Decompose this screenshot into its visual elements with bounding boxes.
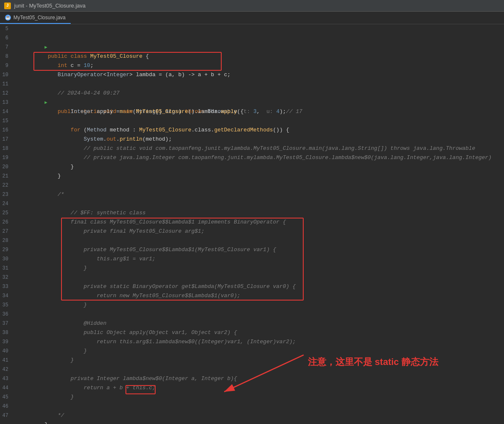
- ln-46: 46: [0, 402, 12, 411]
- code-line-29: this.arg$1 = var1;: [18, 245, 504, 254]
- code-line-34: }: [18, 291, 504, 301]
- code-line-11: // 2024-04-24 09:27: [18, 80, 504, 89]
- code-line-6: ▶ public class MyTest05_Closure {: [18, 33, 504, 43]
- code-line-7: [18, 43, 504, 52]
- code-line-10: [18, 70, 504, 80]
- ln-10: 10: [0, 70, 12, 80]
- ln-23: 23: [0, 190, 12, 199]
- window-title: junit - MyTest05_Closure.java: [14, 3, 86, 9]
- code-line-21: [18, 172, 504, 181]
- code-line-30: }: [18, 254, 504, 264]
- ln-12: 12: [0, 89, 12, 98]
- ln-36: 36: [0, 310, 12, 319]
- code-line-28: private MyTest05_Closure$$Lambda$1(MyTes…: [18, 236, 504, 245]
- code-line-36: @Hidden: [18, 310, 504, 319]
- code-line-46: */: [18, 402, 504, 411]
- ln-14: 14: [0, 107, 12, 116]
- ln-38: 38: [0, 328, 12, 337]
- code-line-47: }: [18, 411, 504, 420]
- ln-21: 21: [0, 172, 12, 181]
- ln-42: 42: [0, 365, 12, 374]
- ln-24: 24: [0, 199, 12, 208]
- code-line-43: return a + b + this.c;: [18, 374, 504, 383]
- code-editor: 5 6 7 8 9 10 11 12 13 14 15 16 17 18 19 …: [0, 24, 504, 424]
- code-line-17: // public static void com.taopanfeng.jun…: [18, 135, 504, 144]
- ln-18: 18: [0, 144, 12, 153]
- ln-9: 9: [0, 61, 12, 70]
- code-line-5: [18, 24, 504, 33]
- code-line-45: [18, 393, 504, 402]
- ln-31: 31: [0, 264, 12, 273]
- ln-17: 17: [0, 135, 12, 144]
- ln-5: 5: [0, 24, 12, 33]
- code-line-18: // private java.lang.Integer com.taopanf…: [18, 144, 504, 153]
- code-line-20: }: [18, 162, 504, 172]
- ln-45: 45: [0, 393, 12, 402]
- code-line-13: Integer apply = new MyTest05_Closure().l…: [18, 98, 504, 107]
- app-icon: J: [4, 3, 11, 9]
- code-line-25: final class MyTest05_Closure$$Lambda$1 i…: [18, 208, 504, 218]
- ln-29: 29: [0, 245, 12, 254]
- ln-11: 11: [0, 80, 12, 89]
- code-area: ▶ public class MyTest05_Closure { int c …: [15, 24, 504, 420]
- code-line-24: // $FF: synthetic class: [18, 199, 504, 208]
- code-line-9: BinaryOperator<Integer> lambda = (a, b) …: [18, 61, 504, 70]
- tab-label: MyTest05_Closure.java: [13, 15, 66, 21]
- code-line-32: private static BinaryOperator get$Lambda…: [18, 273, 504, 282]
- ln-22: 22: [0, 181, 12, 190]
- ln-6: 6: [0, 33, 12, 43]
- ln-34: 34: [0, 291, 12, 301]
- code-line-26: private final MyTest05_Closure arg$1;: [18, 218, 504, 227]
- ln-32: 32: [0, 273, 12, 282]
- ln-28: 28: [0, 236, 12, 245]
- code-line-16: System.out.println(method);: [18, 126, 504, 135]
- ln-35: 35: [0, 301, 12, 310]
- ln-20: 20: [0, 162, 12, 172]
- code-line-40: }: [18, 347, 504, 356]
- ln-13: 13: [0, 98, 12, 107]
- ln-37: 37: [0, 319, 12, 328]
- ln-43: 43: [0, 374, 12, 383]
- tab-bar: MyTest05_Closure.java: [0, 12, 504, 24]
- ln-47: 47: [0, 411, 12, 420]
- ln-39: 39: [0, 337, 12, 347]
- ln-41: 41: [0, 356, 12, 365]
- file-icon: [5, 15, 11, 21]
- code-line-22: /*: [18, 181, 504, 190]
- code-line-15: for (Method method : MyTest05_Closure.cl…: [18, 116, 504, 126]
- code-line-23: [18, 190, 504, 199]
- code-line-38: return this.arg$1.lambda$new$0((Integer)…: [18, 328, 504, 337]
- code-line-14: [18, 107, 504, 116]
- code-line-12: ▶ public static void main(String[] args)…: [18, 89, 504, 98]
- code-line-31: [18, 264, 504, 273]
- code-line-44: }: [18, 383, 504, 393]
- code-line-33: return new MyTest05_Closure$$Lambda$1(va…: [18, 282, 504, 291]
- code-line-8: int c = 10;: [18, 52, 504, 61]
- code-line-27: [18, 227, 504, 236]
- annotation-text: 注意，这里不是 static 静态方法: [308, 356, 438, 368]
- ln-25: 25: [0, 208, 12, 218]
- code-container: 5 6 7 8 9 10 11 12 13 14 15 16 17 18 19 …: [0, 24, 504, 420]
- ln-8: 8: [0, 52, 12, 61]
- ln-33: 33: [0, 282, 12, 291]
- code-line-37: public Object apply(Object var1, Object …: [18, 319, 504, 328]
- editor-tab[interactable]: MyTest05_Closure.java: [0, 12, 71, 24]
- ln-16: 16: [0, 126, 12, 135]
- ln-15: 15: [0, 116, 12, 126]
- code-line-19: }: [18, 153, 504, 162]
- ln-27: 27: [0, 227, 12, 236]
- ln-30: 30: [0, 254, 12, 264]
- ln-26: 26: [0, 218, 12, 227]
- title-bar: J junit - MyTest05_Closure.java: [0, 0, 504, 12]
- code-line-35: [18, 301, 504, 310]
- ln-40: 40: [0, 347, 12, 356]
- code-line-39: }: [18, 337, 504, 347]
- ln-44: 44: [0, 383, 12, 393]
- line-numbers: 5 6 7 8 9 10 11 12 13 14 15 16 17 18 19 …: [0, 24, 15, 420]
- ln-19: 19: [0, 153, 12, 162]
- ln-7: 7: [0, 43, 12, 52]
